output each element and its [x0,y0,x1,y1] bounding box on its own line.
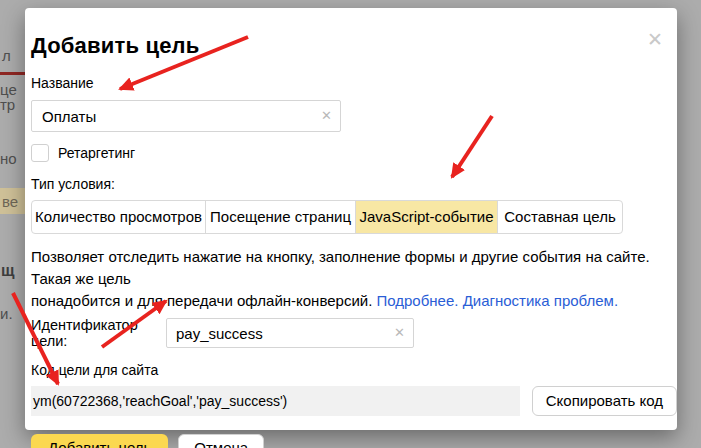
goal-code-value: ym(60722368,'reachGoal','pay_success') [31,386,520,416]
background-fragment: щ [1,262,15,280]
clear-input-icon[interactable]: ✕ [321,108,332,123]
dialog-footer: Добавить цель Отмена [31,434,677,448]
close-icon[interactable]: ✕ [645,30,665,50]
code-row: ym(60722368,'reachGoal','pay_success') С… [31,386,677,416]
clear-input-icon[interactable]: ✕ [394,325,405,340]
name-label: Название [31,75,677,91]
background-red-line [0,72,25,75]
add-goal-dialog: ✕ Добавить цель Название ✕ Ретаргетинг Т… [25,8,677,430]
tab-composite-goal[interactable]: Составная цель [497,201,622,233]
condition-type-label: Тип условия: [31,176,677,192]
add-goal-button[interactable]: Добавить цель [31,434,168,448]
identifier-row: Идентификатор цели: ✕ [31,317,677,349]
goal-identifier-input[interactable] [166,318,414,348]
cancel-button[interactable]: Отмена [178,434,264,448]
identifier-label: Идентификатор цели: [31,317,166,349]
site-code-label: Код цели для сайта [31,362,677,378]
goal-name-field-wrap: ✕ [31,100,341,132]
goal-name-input[interactable] [31,100,341,132]
tab-javascript-event[interactable]: JavaScript-событие [355,201,497,233]
identifier-field-wrap: ✕ [166,318,414,348]
background-fragment: и. [0,305,13,322]
background-fragment: но [0,150,17,167]
more-link[interactable]: Подробнее. [376,292,458,309]
copy-code-button[interactable]: Скопировать код [532,386,677,416]
background-fragment: тр [0,96,15,113]
dialog-title: Добавить цель [31,33,677,59]
background-fragment: л [2,47,11,64]
retargeting-checkbox[interactable] [31,144,49,162]
retargeting-label: Ретаргетинг [58,145,135,161]
background-fragment: ве [2,193,18,210]
tab-page-visits[interactable]: Посещение страниц [205,201,355,233]
description-line1: Позволяет отследить нажатие на кнопку, з… [31,248,650,287]
tab-pageviews-count[interactable]: Количество просмотров [32,201,205,233]
condition-type-tabs: Количество просмотров Посещение страниц … [31,200,623,234]
description-line2: понадобится и для передачи офлайн-конвер… [31,292,372,309]
retargeting-row: Ретаргетинг [31,144,677,162]
diagnostics-link[interactable]: Диагностика проблем. [463,292,618,309]
description-text: Позволяет отследить нажатие на кнопку, з… [31,246,663,312]
